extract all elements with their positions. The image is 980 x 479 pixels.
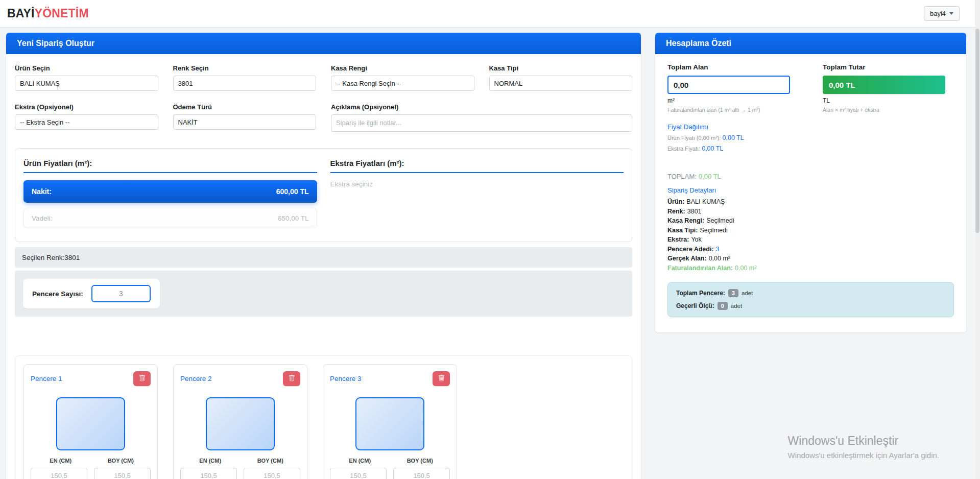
window-1-en-label: EN (CM) (31, 458, 91, 464)
color-select[interactable]: 3801 (173, 76, 317, 91)
detail-row-billed-area: Faturalandırılan Alan:0,00 m² (667, 264, 954, 273)
total-area-block: Toplam Alan m² Faturalandırılan alan (1 … (667, 63, 790, 113)
stat-valid-badge: 0 (718, 302, 728, 310)
trash-icon (289, 375, 295, 383)
order-details-title: Sipariş Detayları (667, 186, 954, 194)
scrollbar-thumb[interactable] (975, 29, 979, 233)
total-amount-unit: TL (823, 97, 945, 104)
detail-value: BALI KUMAŞ (686, 198, 725, 205)
detail-row-window-count: Pencere Adedi:3 (667, 245, 954, 254)
color-label: Renk Seçin (173, 64, 317, 72)
case-type-select[interactable]: NORMAL (489, 76, 633, 91)
product-label: Ürün Seçin (15, 64, 158, 72)
total-amount-value: 0,00 TL (823, 76, 945, 94)
app-logo: BAYİYÖNETİM (7, 7, 89, 20)
detail-value: Seçilmedi (706, 217, 734, 224)
window-2-boy-label: BOY (CM) (241, 458, 301, 464)
extra-prices-empty-text: Ekstra seçiniz (330, 180, 624, 188)
window-2-boy-input[interactable] (244, 468, 300, 479)
delete-window-2-button[interactable] (283, 371, 300, 386)
detail-row-case-color: Kasa Rengi:Seçilmedi (667, 216, 954, 226)
price-row-nakit-value: 600,00 TL (276, 187, 309, 196)
case-type-label: Kasa Tipi (489, 64, 633, 72)
stat-total-label: Toplam Pencere: (676, 290, 725, 297)
field-color: Renk Seçin 3801 (173, 64, 317, 91)
stat-total-windows: Toplam Pencere: 3 adet (676, 289, 945, 297)
stat-valid-measures: Geçerli Ölçü: 0 adet (676, 302, 945, 310)
window-preview-1 (56, 397, 125, 450)
product-select[interactable]: BALI KUMAŞ (15, 76, 158, 91)
brand-secondary: YÖNETİM (35, 7, 89, 20)
payment-label: Ödeme Türü (173, 103, 317, 111)
grand-total-value: 0,00 TL (699, 173, 721, 180)
window-count-input[interactable] (91, 285, 151, 302)
user-menu-label: bayi4 (930, 10, 946, 17)
payment-select[interactable]: NAKİT (173, 114, 317, 130)
order-form-title: Yeni Sipariş Oluştur (6, 33, 641, 54)
window-count-label: Pencere Sayısı: (32, 290, 83, 298)
stat-total-badge: 3 (728, 289, 738, 297)
window-card-3-header: Pencere 3 (330, 371, 450, 386)
scrollbar-track[interactable] (975, 0, 980, 479)
summary-totals-row: Toplam Alan m² Faturalandırılan alan (1 … (667, 63, 954, 113)
total-area-label: Toplam Alan (667, 63, 790, 71)
order-form-grid: Ürün Seçin BALI KUMAŞ Renk Seçin 3801 Ka… (15, 64, 632, 132)
field-case-type: Kasa Tipi NORMAL (489, 64, 633, 91)
detail-row-case-type: Kasa Tipi:Seçilmedi (667, 226, 954, 235)
order-details-list: Ürün:BALI KUMAŞ Renk:3801 Kasa Rengi:Seç… (667, 197, 954, 273)
price-row-vadeli[interactable]: Vadeli: 650,00 TL (23, 208, 317, 228)
product-price-line: Ürün Fiyatı (0,00 m²):0,00 TL (667, 134, 954, 141)
price-row-vadeli-label: Vadeli: (32, 214, 52, 222)
detail-row-real-area: Gerçek Alan:0,00 m² (667, 254, 954, 264)
grand-total-label: TOPLAM: (667, 173, 697, 180)
price-row-vadeli-value: 650,00 TL (278, 214, 309, 222)
extra-price-label: Ekstra Fiyatı: (667, 146, 700, 152)
stat-valid-unit: adet (731, 303, 742, 309)
window-3-dim-inputs (330, 468, 450, 479)
top-header: BAYİYÖNETİM bayi4 (0, 0, 980, 28)
total-amount-label: Toplam Tutar (823, 63, 945, 71)
window-3-en-input[interactable] (330, 468, 387, 479)
window-3-dim-labels: EN (CM) BOY (CM) (330, 458, 450, 464)
price-row-nakit[interactable]: Nakit: 600,00 TL (23, 180, 317, 203)
window-1-en-input[interactable] (31, 468, 87, 479)
detail-label: Faturalandırılan Alan: (667, 265, 733, 272)
product-price-value: 0,00 TL (723, 134, 744, 141)
window-2-dim-inputs (180, 468, 300, 479)
delete-window-3-button[interactable] (433, 371, 450, 386)
window-count-strip: Pencere Sayısı: (15, 271, 632, 317)
window-3-boy-input[interactable] (393, 468, 450, 479)
total-amount-block: Toplam Tutar 0,00 TL TL Alan × m² fiyatı… (823, 63, 945, 113)
delete-window-1-button[interactable] (133, 371, 151, 386)
total-area-input[interactable] (667, 76, 790, 94)
window-1-boy-input[interactable] (94, 468, 151, 479)
window-1-dim-labels: EN (CM) BOY (CM) (31, 458, 151, 464)
window-2-dim-labels: EN (CM) BOY (CM) (180, 458, 300, 464)
order-form-panel: Yeni Sipariş Oluştur Ürün Seçin BALI KUM… (6, 33, 641, 479)
window-card-2: Pencere 2 EN (CM) BOY (CM) (173, 364, 307, 479)
order-form-body: Ürün Seçin BALI KUMAŞ Renk Seçin 3801 Ka… (6, 54, 641, 479)
window-card-3: Pencere 3 EN (CM) BOY (CM) (323, 364, 457, 479)
window-card-2-header: Pencere 2 (180, 371, 300, 386)
window-2-en-label: EN (CM) (180, 458, 241, 464)
extra-price-line: Ekstra Fiyatı:0,00 TL (667, 145, 954, 152)
case-color-select[interactable]: -- Kasa Rengi Seçin -- (331, 76, 474, 91)
summary-title: Hesaplama Özeti (655, 33, 966, 54)
field-extra: Ekstra (Opsiyonel) -- Ekstra Seçin -- (15, 103, 158, 132)
window-1-boy-label: BOY (CM) (91, 458, 151, 464)
page-content: Yeni Sipariş Oluştur Ürün Seçin BALI KUM… (0, 28, 980, 479)
summary-panel: Hesaplama Özeti Toplam Alan m² Faturalan… (655, 33, 966, 332)
product-price-label: Ürün Fiyatı (0,00 m²): (667, 135, 721, 141)
extra-prices-title: Ekstra Fiyatları (m²): (330, 159, 624, 173)
field-product: Ürün Seçin BALI KUMAŞ (15, 64, 158, 91)
detail-value: 0,00 m² (709, 255, 730, 262)
price-breakdown-title: Fiyat Dağılımı (667, 123, 954, 131)
detail-label: Gerçek Alan: (667, 255, 707, 262)
note-textarea[interactable] (331, 114, 632, 132)
extra-select[interactable]: -- Ekstra Seçin -- (15, 114, 158, 130)
detail-label: Ürün: (667, 198, 684, 205)
extra-label: Ekstra (Opsiyonel) (15, 103, 158, 111)
total-area-caption: Faturalandırılan alan (1 m² altı → 1 m²) (667, 107, 790, 113)
user-menu-button[interactable]: bayi4 (924, 6, 960, 21)
window-2-en-input[interactable] (180, 468, 237, 479)
